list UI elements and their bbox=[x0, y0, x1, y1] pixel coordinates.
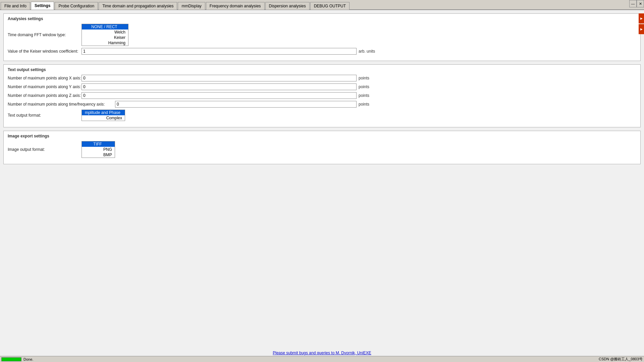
status-text: Done. bbox=[23, 357, 33, 361]
max-y-input[interactable] bbox=[82, 83, 357, 90]
tab-debug[interactable]: DEBUG OUTPUT bbox=[310, 2, 350, 10]
image-export-panel: Image export settings Image output forma… bbox=[3, 131, 641, 164]
max-z-unit: points bbox=[359, 93, 369, 98]
tab-mm-display[interactable]: mmDisplay bbox=[178, 2, 205, 10]
watermark-text: CSDN @搬砖工人_0803号 bbox=[599, 357, 643, 362]
tab-dispersion[interactable]: Dispersion analysies bbox=[265, 2, 310, 10]
keiser-label: Value of the Keiser windows coefficient: bbox=[8, 49, 82, 54]
right-sidebar: ▶ ▶ bbox=[639, 13, 644, 34]
footer-link[interactable]: Please submit bugs and queries to M. Dvo… bbox=[273, 351, 371, 355]
max-z-row: Number of maximum points along Z axis: p… bbox=[8, 92, 636, 99]
sidebar-btn-2[interactable]: ▶ bbox=[639, 24, 644, 34]
main-content: Analysies settings Time domaing FFT wind… bbox=[0, 10, 644, 345]
list-item[interactable]: Keiser bbox=[82, 35, 128, 40]
list-item[interactable]: TIFF bbox=[82, 141, 115, 147]
status-left: Done. bbox=[1, 357, 33, 361]
tab-freq-domain[interactable]: Frequency domain analysies bbox=[206, 2, 265, 10]
fft-window-row: Time domaing FFT window type: NONE / REC… bbox=[8, 24, 636, 46]
list-item[interactable]: mplitude and Phase bbox=[82, 110, 125, 115]
max-x-unit: points bbox=[359, 76, 369, 80]
analyses-settings-title: Analysies settings bbox=[8, 16, 636, 21]
list-item[interactable]: Welch bbox=[82, 29, 128, 35]
text-format-listbox[interactable]: mplitude and PhaseComplex bbox=[82, 110, 125, 121]
max-y-unit: points bbox=[359, 84, 369, 89]
tab-file-info[interactable]: File and Info bbox=[1, 2, 30, 10]
text-output-title: Text output settings bbox=[8, 67, 636, 72]
max-y-label: Number of maximum points along Y axis: bbox=[8, 84, 82, 89]
analyses-settings-panel: Analysies settings Time domaing FFT wind… bbox=[3, 13, 641, 61]
tab-probe-config[interactable]: Probe Configuration bbox=[55, 2, 98, 10]
max-x-row: Number of maximum points along X axis: p… bbox=[8, 75, 636, 81]
image-format-label: Image output format: bbox=[8, 147, 82, 152]
max-t-row: Number of maximum points along time/freq… bbox=[8, 101, 636, 108]
max-z-input[interactable] bbox=[82, 92, 357, 99]
keiser-input[interactable] bbox=[82, 48, 357, 55]
list-item[interactable]: Complex bbox=[82, 115, 125, 121]
sidebar-btn-1[interactable]: ▶ bbox=[639, 13, 644, 23]
max-x-input[interactable] bbox=[82, 75, 357, 81]
max-t-label: Number of maximum points along time/freq… bbox=[8, 102, 115, 107]
max-y-row: Number of maximum points along Y axis: p… bbox=[8, 83, 636, 90]
text-format-label: Text output format: bbox=[8, 113, 82, 118]
tab-bar: File and InfoSettingsProbe Configuration… bbox=[0, 0, 644, 10]
list-item[interactable]: BMP bbox=[82, 152, 115, 158]
max-t-unit: points bbox=[359, 102, 369, 107]
text-format-row: Text output format: mplitude and PhaseCo… bbox=[8, 110, 636, 121]
tab-settings[interactable]: Settings bbox=[31, 2, 54, 10]
progress-bar bbox=[1, 357, 21, 361]
image-export-title: Image export settings bbox=[8, 134, 636, 138]
tab-time-domain[interactable]: Time domain and propagation analysies bbox=[99, 2, 177, 10]
list-item[interactable]: PNG bbox=[82, 147, 115, 152]
keiser-row: Value of the Keiser windows coefficient:… bbox=[8, 48, 636, 55]
fft-window-listbox[interactable]: NONE / RECTWelchKeiserHamming bbox=[82, 24, 128, 46]
max-t-input[interactable] bbox=[115, 101, 357, 108]
fft-window-label: Time domaing FFT window type: bbox=[8, 33, 82, 37]
minimize-button[interactable]: — bbox=[629, 0, 637, 7]
image-format-listbox[interactable]: TIFFPNGBMP bbox=[82, 141, 115, 158]
max-x-label: Number of maximum points along X axis: bbox=[8, 76, 82, 80]
footer-area: Please submit bugs and queries to M. Dvo… bbox=[0, 351, 644, 355]
close-button[interactable]: ✕ bbox=[637, 0, 644, 7]
max-z-label: Number of maximum points along Z axis: bbox=[8, 93, 82, 98]
text-output-panel: Text output settings Number of maximum p… bbox=[3, 64, 641, 127]
list-item[interactable]: Hamming bbox=[82, 40, 128, 46]
keiser-unit: arb. units bbox=[359, 49, 375, 54]
status-bar: Done. CSDN @搬砖工人_0803号 bbox=[0, 356, 644, 362]
image-format-row: Image output format: TIFFPNGBMP bbox=[8, 141, 636, 158]
title-bar: — ✕ bbox=[629, 0, 644, 7]
progress-bar-fill bbox=[2, 358, 21, 361]
list-item[interactable]: NONE / RECT bbox=[82, 24, 128, 29]
